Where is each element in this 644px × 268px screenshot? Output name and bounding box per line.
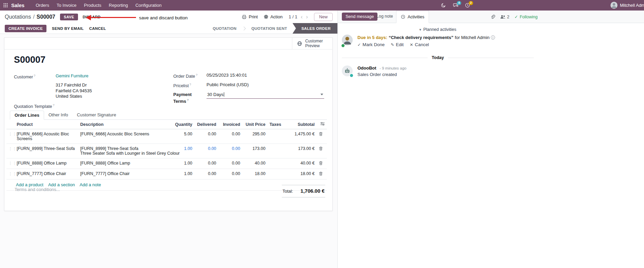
order-line-row[interactable]: ⋮⋮ [FURN_8999] Three-Seat Sofa [FURN_899…: [6, 144, 327, 158]
tab-order-lines[interactable]: Order Lines: [10, 111, 44, 120]
column-unit-price[interactable]: Unit Price: [242, 120, 268, 129]
column-delivered[interactable]: Delivered: [194, 120, 218, 129]
cell-taxes[interactable]: [268, 158, 282, 169]
customer-link[interactable]: Gemini Furniture: [56, 73, 89, 79]
add-a-note-link[interactable]: Add a note: [80, 182, 101, 187]
column-quantity[interactable]: Quantity: [171, 120, 195, 129]
delete-row-button[interactable]: [319, 146, 323, 151]
planned-activities-header[interactable]: ▾ Planned activities: [338, 23, 538, 32]
cell-taxes[interactable]: [268, 129, 282, 144]
create-invoice-button[interactable]: CREATE INVOICE: [5, 25, 46, 32]
attachment-paperclip-icon[interactable]: [490, 14, 495, 19]
cell-invoiced[interactable]: 0.00: [218, 129, 242, 144]
cell-description[interactable]: [FURN_8999] Three-Seat Sofa Three Seater…: [78, 144, 171, 158]
cell-unit-price[interactable]: 40.00: [242, 158, 268, 169]
order-line-row[interactable]: ⋮⋮ [FURN_6666] Acoustic Bloc Screens [FU…: [6, 129, 327, 144]
cancel-button[interactable]: CANCEL: [89, 26, 106, 31]
cell-quantity[interactable]: 1.00: [171, 158, 195, 169]
following-button[interactable]: ✓ Following: [514, 14, 538, 19]
chatter-topbar: Send message Log note Activities 2 ✓ Fol…: [338, 11, 644, 23]
cell-unit-price[interactable]: 295.00: [242, 129, 268, 144]
cell-delivered[interactable]: 0.00: [208, 146, 216, 151]
menu-to-invoice[interactable]: To Invoice: [53, 0, 80, 11]
cell-delivered[interactable]: 0.00: [194, 169, 218, 179]
followers-button[interactable]: 2: [500, 15, 509, 19]
cell-taxes[interactable]: [268, 169, 282, 179]
stage-quotation-sent[interactable]: QUOTATION SENT: [246, 23, 292, 34]
cell-delivered[interactable]: 0.00: [194, 129, 218, 144]
cell-unit-price[interactable]: 18.00: [242, 169, 268, 179]
info-icon[interactable]: [491, 35, 495, 40]
menu-orders[interactable]: Orders: [32, 0, 53, 11]
cell-product[interactable]: [FURN_8888] Office Lamp: [15, 158, 78, 169]
delete-row-button[interactable]: [319, 161, 323, 165]
customer-preview-button[interactable]: Customer Preview: [292, 38, 332, 49]
log-note-button[interactable]: Log note: [376, 14, 393, 19]
app-name[interactable]: Sales: [11, 2, 24, 8]
cell-description[interactable]: [FURN_6666] Acoustic Bloc Screens: [78, 129, 171, 144]
print-button[interactable]: Print: [242, 14, 258, 19]
activity-item: Due in 5 days: “Check delivery requireme…: [338, 32, 538, 47]
messages-icon[interactable]: 4: [453, 3, 458, 8]
column-subtotal[interactable]: Subtotal: [282, 120, 317, 129]
column-product[interactable]: Product: [15, 120, 78, 129]
cell-description[interactable]: [FURN_8888] Office Lamp: [78, 158, 171, 169]
cell-taxes[interactable]: [268, 144, 282, 158]
pager-previous-icon[interactable]: ‹: [301, 14, 303, 20]
optional-columns-button[interactable]: [317, 120, 327, 129]
menu-reporting[interactable]: Reporting: [105, 0, 132, 11]
pager-next-icon[interactable]: ›: [306, 14, 308, 20]
drag-handle-icon[interactable]: ⋮⋮: [8, 147, 17, 151]
cell-invoiced[interactable]: 0.00: [218, 158, 242, 169]
apps-menu-button[interactable]: [0, 0, 11, 11]
stage-quotation[interactable]: QUOTATION: [207, 23, 242, 34]
save-button[interactable]: SAVE: [60, 14, 78, 20]
dark-mode-moon-icon[interactable]: [441, 3, 446, 8]
tab-customer-signature[interactable]: Customer Signature: [73, 111, 121, 119]
stage-sales-order[interactable]: SALES ORDER: [293, 23, 337, 34]
cell-quantity[interactable]: 1.00: [184, 146, 192, 151]
tab-activities[interactable]: Activities: [396, 11, 429, 23]
cancel-activity-button[interactable]: ✕ Cancel: [410, 42, 429, 47]
order-line-row[interactable]: ⋮⋮ [FURN_8888] Office Lamp [FURN_8888] O…: [6, 158, 327, 169]
mark-done-button[interactable]: ✓ Mark Done: [357, 42, 385, 47]
payment-terms-input[interactable]: 30 Days: [207, 92, 324, 99]
cell-product[interactable]: [FURN_6666] Acoustic Bloc Screens: [15, 129, 78, 144]
cell-delivered[interactable]: 0.00: [194, 158, 218, 169]
new-button[interactable]: New: [314, 13, 333, 21]
drag-handle-icon[interactable]: ⋮⋮: [8, 132, 17, 136]
column-invoiced[interactable]: Invoiced: [218, 120, 242, 129]
cell-product[interactable]: [FURN_8999] Three-Seat Sofa: [15, 144, 78, 158]
cell-description[interactable]: [FURN_7777] Office Chair: [78, 169, 171, 179]
delete-row-button[interactable]: [319, 171, 323, 176]
drag-handle-icon[interactable]: ⋮⋮: [8, 161, 17, 165]
menu-configuration[interactable]: Configuration: [132, 0, 165, 11]
order-date-value[interactable]: 05/25/2023 15:40:01: [207, 72, 247, 78]
column-description[interactable]: Description: [78, 120, 171, 129]
cell-quantity[interactable]: 1.00: [171, 169, 195, 179]
terms-and-conditions-input[interactable]: Terms and conditions...: [15, 187, 60, 192]
cell-product[interactable]: [FURN_7777] Office Chair: [15, 169, 78, 179]
message-author[interactable]: OdooBot: [357, 65, 376, 71]
delete-row-button[interactable]: [319, 132, 323, 136]
order-line-row[interactable]: ⋮⋮ [FURN_7777] Office Chair [FURN_7777] …: [6, 169, 327, 179]
drag-handle-icon[interactable]: ⋮⋮: [8, 172, 17, 176]
send-by-email-button[interactable]: SEND BY EMAIL: [52, 26, 84, 31]
cell-unit-price[interactable]: 173.00: [242, 144, 268, 158]
send-message-button[interactable]: Send message: [342, 13, 377, 21]
cell-invoiced[interactable]: 0.00: [218, 169, 242, 179]
menu-products[interactable]: Products: [80, 0, 105, 11]
activities-clock-icon[interactable]: 2: [465, 3, 470, 8]
tab-other-info[interactable]: Other Info: [44, 111, 73, 119]
column-taxes[interactable]: Taxes: [268, 120, 282, 129]
dropdown-caret-icon[interactable]: [320, 94, 323, 95]
add-a-section-link[interactable]: Add a section: [48, 182, 75, 187]
action-button[interactable]: Action: [264, 14, 282, 19]
user-menu[interactable]: Mitchell Admin (save_discar: [610, 0, 644, 11]
add-a-product-link[interactable]: Add a product: [16, 182, 43, 187]
cell-invoiced[interactable]: 0.00: [232, 146, 240, 151]
cell-quantity[interactable]: 5.00: [171, 129, 195, 144]
pricelist-value[interactable]: Public Pricelist (USD): [207, 82, 249, 88]
breadcrumb-parent[interactable]: Quotations: [5, 14, 31, 20]
edit-activity-button[interactable]: ✎ Edit: [391, 42, 404, 47]
